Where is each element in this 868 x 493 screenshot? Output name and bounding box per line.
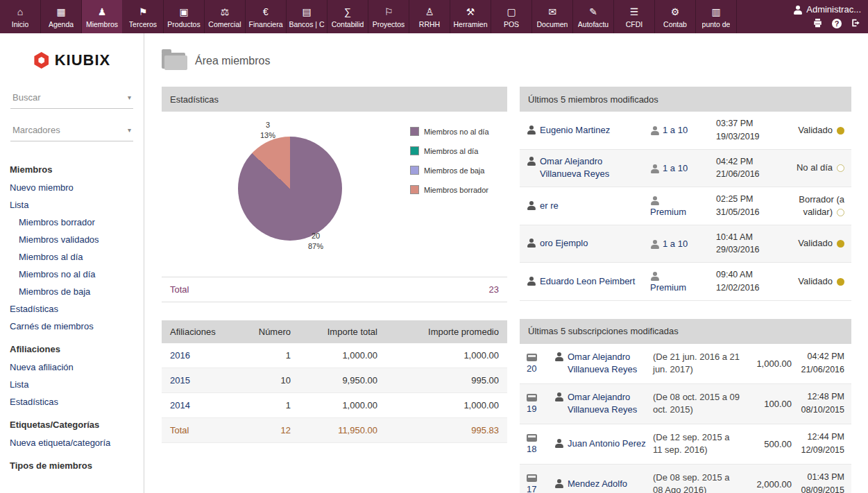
bookmarks-dropdown[interactable]: Marcadores ▾ — [10, 123, 133, 141]
sidebar: KIUBIX Buscar ▾ Marcadores ▾ Miembros Nu… — [0, 33, 144, 493]
member-name-link[interactable]: Eugenio Martinez — [540, 124, 610, 137]
user-name: Administrac... — [806, 4, 861, 15]
afiliacion-avg: 1,000.00 — [386, 393, 507, 417]
afiliacion-row: 2016 1 1,000.00 1,000.00 — [162, 343, 507, 368]
stats-total-label: Total — [170, 284, 189, 295]
nav-tab-miembros[interactable]: ♟Miembros — [82, 0, 123, 33]
nav-tab-autofactura[interactable]: ✎Autofactu — [573, 0, 614, 33]
commerce-icon: ⚖ — [221, 7, 230, 18]
logout-icon[interactable] — [851, 18, 861, 30]
sidebar-item-carnes-de-miembros[interactable]: Carnés de miembros — [0, 318, 144, 335]
member-row: er re Premium 02:25 PM31/05/2016 Borrado… — [520, 187, 851, 225]
nav-tab-comercial[interactable]: ⚖Comercial — [205, 0, 246, 33]
sidebar-item-lista-miembros[interactable]: Lista — [0, 196, 144, 214]
nav-tab-rrhh[interactable]: ♙RRHH — [409, 0, 450, 33]
subscription-member-link[interactable]: Omar Alejandro Villanueva Reyes — [568, 391, 647, 416]
legend-item: Miembros al día — [410, 146, 489, 155]
user-menu[interactable]: Administrac... — [793, 4, 861, 15]
member-name-link[interactable]: er re — [540, 200, 559, 212]
afiliaciones-header-row: Afiliaciones Número Importe total Import… — [162, 320, 507, 343]
member-name-link[interactable]: Eduardo Leon Peimbert — [540, 275, 635, 288]
member-type-link[interactable]: 1 a 10 — [663, 125, 688, 135]
nav-tab-terceros[interactable]: ⚑Terceros — [123, 0, 164, 33]
sidebar-item-estadisticas-miembros[interactable]: Estadísticas — [0, 300, 144, 318]
sidebar-item-nueva-afiliacion[interactable]: Nueva afiliación — [0, 358, 144, 376]
member-icon — [527, 239, 536, 248]
products-icon: ▣ — [179, 7, 188, 18]
sidebar-item-miembros-no-al-dia[interactable]: Miembros no al día — [0, 266, 144, 283]
afiliacion-year-link[interactable]: 2015 — [170, 375, 190, 386]
member-type-link[interactable]: 1 a 10 — [663, 163, 688, 173]
subscription-id-link[interactable]: 20 — [527, 363, 536, 374]
subscription-modified-datetime: 01:43 PM08/09/2015 — [792, 471, 844, 493]
nav-tab-proyectos[interactable]: ⚐Proyectos — [368, 0, 409, 33]
autoinvoice-icon: ✎ — [589, 7, 597, 18]
member-type-link[interactable]: 1 a 10 — [663, 239, 688, 249]
legend-item: Miembros de baja — [410, 166, 489, 175]
subscription-id-link[interactable]: 19 — [527, 404, 536, 414]
subscription-member-link[interactable]: Mendez Adolfo — [568, 478, 627, 490]
sidebar-item-miembros-al-dia[interactable]: Miembros al día — [0, 248, 144, 266]
sidebar-item-miembros-de-baja[interactable]: Miembros de baja — [0, 283, 144, 300]
menu-section-afiliaciones: Afiliaciones — [0, 335, 144, 358]
user-icon — [793, 6, 802, 15]
sidebar-item-miembros-validados[interactable]: Miembros validados — [0, 231, 144, 248]
subscription-row: 19 Omar Alejandro Villanueva Reyes (De 0… — [520, 384, 851, 424]
sidebar-item-lista-afiliaciones[interactable]: Lista — [0, 376, 144, 393]
stats-total-row: Total 23 — [162, 277, 507, 302]
nav-tab-productos[interactable]: ▣Productos — [164, 0, 205, 33]
page-header: Área miembros — [162, 53, 868, 69]
member-modified-datetime: 10:41 AM29/03/2016 — [716, 231, 780, 257]
nav-tab-documentos[interactable]: ✉Documen — [532, 0, 573, 33]
member-modified-datetime: 04:42 PM21/06/2016 — [716, 155, 780, 182]
nav-tab-punto-de-venta[interactable]: ▥punto de — [696, 0, 737, 33]
nav-tab-cfdi[interactable]: ☰CFDI — [614, 0, 655, 33]
afiliacion-avg: 1,000.00 — [386, 343, 507, 367]
nav-tab-pos[interactable]: ▢POS — [491, 0, 532, 33]
subscription-date-range: (De 21 jun. 2016 a 21 jun. 2017) — [653, 351, 744, 376]
topbar: ⌂Inicio ▦Agenda ♟Miembros ⚑Terceros ▣Pro… — [0, 0, 868, 33]
sidebar-item-nueva-etiqueta[interactable]: Nueva etiqueta/categoría — [0, 434, 144, 451]
nav-tab-label: Comercial — [208, 20, 241, 28]
nav-tab-label: Financiera — [248, 20, 282, 28]
member-type-link[interactable]: Premium — [650, 207, 686, 217]
subscription-amount: 100.00 — [744, 399, 792, 409]
sidebar-item-miembros-borrador[interactable]: Miembros borrador — [0, 214, 144, 231]
afiliacion-year-link[interactable]: 2014 — [170, 400, 190, 410]
pos-terminal-icon: ▥ — [711, 7, 720, 18]
pie-slice-label-draft: 3 13% — [253, 120, 283, 141]
member-type-icon — [650, 240, 659, 249]
member-name-link[interactable]: oro Ejemplo — [540, 237, 588, 250]
nav-tab-contab[interactable]: ⚙Contab — [655, 0, 696, 33]
member-name-link[interactable]: Omar Alejandro Villanueva Reyes — [540, 155, 645, 180]
topbar-actions: ? — [812, 18, 861, 30]
bookmarks-dropdown-label: Marcadores — [12, 125, 60, 135]
subscription-id-link[interactable]: 17 — [527, 484, 536, 493]
nav-tab-agenda[interactable]: ▦Agenda — [41, 0, 82, 33]
subscription-date-range: (De 08 sep. 2015 a 08 Ago 2016) — [653, 472, 744, 493]
nav-tab-herramientas[interactable]: ⚒Herramien — [450, 0, 491, 33]
subscription-member-link[interactable]: Juan Antonio Perez — [568, 438, 646, 450]
subscription-id-link[interactable]: 18 — [527, 444, 536, 454]
subscription-modified-datetime: 12:48 PM08/10/2015 — [792, 390, 844, 417]
search-dropdown[interactable]: Buscar ▾ — [10, 90, 133, 109]
sidebar-item-estadisticas-afiliaciones[interactable]: Estadísticas — [0, 393, 144, 410]
nav-tab-label: Contab — [663, 20, 687, 28]
nav-tab-contabilidad[interactable]: ∑Contabilid — [327, 0, 368, 33]
sidebar-item-nuevo-miembro[interactable]: Nuevo miembro — [0, 179, 144, 196]
nav-tab-financiera[interactable]: €Financiera — [246, 0, 287, 33]
afiliaciones-table: Afiliaciones Número Importe total Import… — [162, 320, 507, 443]
member-type-link[interactable]: Premium — [650, 282, 686, 293]
help-icon[interactable]: ? — [832, 19, 842, 28]
status-dot — [837, 278, 844, 286]
nav-tab-label: Bancos | C — [289, 20, 324, 28]
last-members-title: Últimos 5 miembros modificados — [520, 87, 851, 112]
col-header-numero: Número — [245, 320, 299, 343]
afiliacion-year-link[interactable]: 2016 — [170, 350, 190, 361]
nav-tab-inicio[interactable]: ⌂Inicio — [0, 0, 41, 33]
printer-icon[interactable] — [812, 18, 823, 30]
nav-tab-bancos[interactable]: ▤Bancos | C — [287, 0, 327, 33]
legend-item: Miembros borrador — [410, 185, 489, 194]
menu-section-miembros: Miembros — [0, 155, 144, 179]
subscription-member-link[interactable]: Omar Alejandro Villanueva Reyes — [568, 351, 647, 376]
